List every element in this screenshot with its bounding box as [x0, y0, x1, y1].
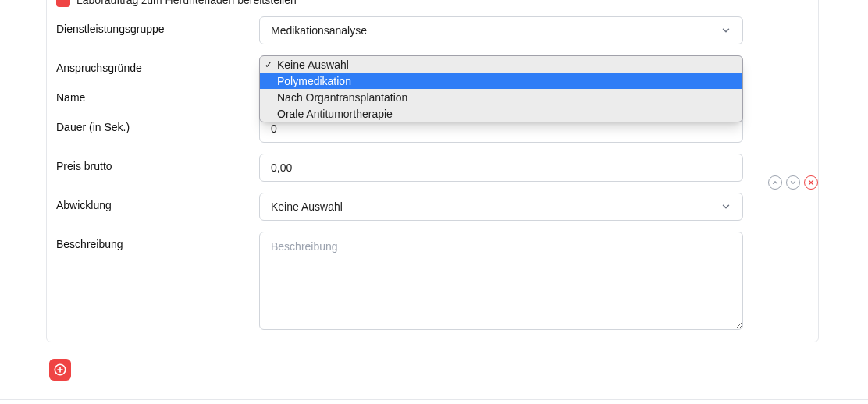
dropdown-option-polymedikation[interactable]: Polymedikation: [260, 73, 742, 89]
select-dienstleistungsgruppe[interactable]: Medikationsanalyse: [259, 16, 743, 44]
chevron-up-icon: [771, 179, 779, 186]
dropdown-option-label: Keine Auswahl: [277, 58, 349, 71]
card-header: Laborauftrag zum Herunterladen bereitste…: [47, 0, 818, 9]
dropdown-anspruchsgruende[interactable]: ✓ Keine Auswahl Polymedikation Nach Orga…: [259, 55, 743, 122]
dropdown-option-nach-organtransplantation[interactable]: Nach Organtransplantation: [260, 89, 742, 105]
chevron-down-icon: [789, 179, 797, 186]
select-dienstleistungsgruppe-value: Medikationsanalyse: [271, 24, 367, 37]
header-badge: [56, 0, 70, 7]
dropdown-option-keine-auswahl[interactable]: ✓ Keine Auswahl: [260, 56, 742, 73]
row-dienstleistungsgruppe: Dienstleistungsgruppe Medikationsanalyse: [56, 16, 809, 44]
label-abwicklung: Abwicklung: [56, 193, 259, 211]
remove-button[interactable]: [804, 175, 818, 190]
dropdown-option-label: Polymedikation: [277, 75, 351, 87]
service-form: Dienstleistungsgruppe Medikationsanalyse…: [47, 9, 818, 332]
close-icon: [807, 179, 815, 186]
move-down-button[interactable]: [786, 175, 800, 190]
row-beschreibung: Beschreibung: [56, 232, 809, 332]
input-preis[interactable]: [259, 154, 743, 182]
page-divider: [0, 399, 868, 400]
dropdown-option-label: Nach Organtransplantation: [277, 91, 407, 104]
label-anspruchsgruende: Anspruchsgründe: [56, 55, 259, 74]
row-preis: Preis brutto: [56, 154, 809, 182]
select-abwicklung[interactable]: Keine Auswahl: [259, 193, 743, 221]
label-preis: Preis brutto: [56, 154, 259, 172]
row-abwicklung: Abwicklung Keine Auswahl: [56, 193, 809, 221]
check-icon: ✓: [265, 60, 272, 69]
chevron-down-icon: [720, 201, 731, 212]
label-beschreibung: Beschreibung: [56, 232, 259, 250]
header-title: Laborauftrag zum Herunterladen bereitste…: [76, 0, 297, 6]
select-abwicklung-value: Keine Auswahl: [271, 200, 343, 213]
service-card: Laborauftrag zum Herunterladen bereitste…: [46, 0, 819, 342]
add-button[interactable]: [49, 359, 71, 381]
row-actions: [768, 175, 818, 190]
label-name: Name: [56, 85, 259, 104]
label-dienstleistungsgruppe: Dienstleistungsgruppe: [56, 16, 259, 35]
chevron-down-icon: [720, 25, 731, 36]
dropdown-option-label: Orale Antitumortherapie: [277, 108, 393, 120]
label-dauer: Dauer (in Sek.): [56, 115, 259, 133]
textarea-beschreibung[interactable]: [259, 232, 743, 330]
plus-circle-icon: [53, 363, 67, 377]
dropdown-option-orale-antitumortherapie[interactable]: Orale Antitumortherapie: [260, 105, 742, 122]
move-up-button[interactable]: [768, 175, 782, 190]
row-anspruchsgruende: Anspruchsgründe ✓ Keine Auswahl Polymedi…: [56, 55, 809, 74]
